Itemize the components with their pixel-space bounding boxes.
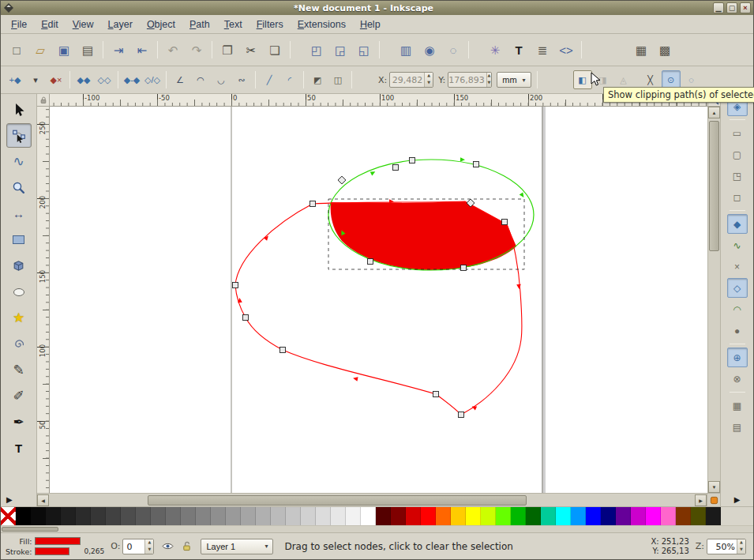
vertical-scrollbar[interactable]: ▲ ▼ (707, 107, 720, 493)
palette-swatch[interactable] (556, 507, 571, 525)
path-node-handle[interactable] (310, 201, 316, 207)
palette-swatch[interactable] (631, 507, 646, 525)
palette-swatch[interactable] (211, 507, 226, 525)
text-dialog-button[interactable]: T (508, 39, 530, 61)
palette-swatch[interactable] (436, 507, 451, 525)
menu-file[interactable]: File (4, 15, 34, 33)
palette-swatch[interactable] (106, 507, 121, 525)
palette-swatch[interactable] (316, 507, 331, 525)
tool-ellipse[interactable] (6, 280, 32, 304)
snap-page-border-button[interactable]: ▦ (727, 396, 748, 415)
y-coord-field[interactable]: 176,893▲▼ (448, 72, 492, 88)
tool-rectangle[interactable] (6, 227, 32, 252)
tool-text[interactable]: T (6, 436, 32, 460)
path-node-handle[interactable] (433, 392, 439, 397)
menu-layer[interactable]: Layer (101, 15, 140, 33)
palette-swatch[interactable] (661, 507, 676, 525)
spinner-arrows[interactable]: ▲▼ (424, 73, 433, 87)
cms-adjust-button[interactable] (707, 493, 720, 506)
tool-spiral[interactable] (6, 332, 32, 356)
insert-node-button[interactable]: +◆ (6, 70, 24, 89)
palette-swatch[interactable] (571, 507, 586, 525)
toolbox-expander[interactable]: ▶ (1, 495, 13, 504)
palette-swatch[interactable] (121, 507, 136, 525)
palette-swatch-none[interactable] (1, 507, 16, 525)
zoom-field[interactable]: 50% ▲▼ (707, 539, 746, 554)
menu-view[interactable]: View (66, 15, 101, 33)
copy-button[interactable]: ❐ (216, 39, 238, 61)
scroll-left-arrow[interactable]: ◀ (37, 494, 49, 506)
tool-pencil[interactable]: ✎ (6, 358, 32, 382)
ruler-corner[interactable] (37, 94, 50, 107)
menu-path[interactable]: Path (182, 15, 217, 33)
menu-object[interactable]: Object (140, 15, 182, 33)
snap-node-button[interactable]: ◆ (727, 214, 748, 234)
delete-node-button[interactable]: ◆× (47, 70, 66, 89)
stroke-swatch[interactable] (35, 547, 69, 555)
tool-pen[interactable]: ✐ (6, 384, 32, 408)
palette-swatch[interactable] (406, 507, 421, 525)
palette-swatch[interactable] (271, 507, 286, 525)
palette-swatch[interactable] (46, 507, 61, 525)
horizontal-scroll-thumb[interactable] (148, 495, 527, 506)
palette-swatch[interactable] (511, 507, 526, 525)
open-document-button[interactable]: ▱ (29, 39, 51, 61)
snap-grid-button[interactable]: ▤ (727, 417, 748, 437)
paste-button[interactable]: ❏ (264, 39, 286, 61)
cut-button[interactable]: ✂ (240, 39, 262, 61)
path-node-handle[interactable] (243, 315, 249, 321)
snap-midpoint-button[interactable]: ● (727, 321, 748, 340)
tool-measure[interactable]: ↔ (6, 201, 32, 226)
canvas[interactable] (50, 107, 707, 493)
palette-swatch[interactable] (331, 507, 346, 525)
palette-swatch[interactable] (391, 507, 406, 525)
zoom-spinner[interactable]: ▲▼ (737, 539, 745, 554)
tool-box3d[interactable] (6, 254, 32, 278)
snap-path-intersection-button[interactable]: × (727, 257, 748, 276)
path-node-handle[interactable] (280, 348, 286, 353)
layer-lock-toggle[interactable] (179, 539, 194, 554)
redo-button[interactable]: ↷ (186, 39, 208, 61)
snap-smooth-node-button[interactable]: ◠ (727, 299, 748, 319)
path-node-handle[interactable] (502, 220, 508, 225)
undo-button[interactable]: ↶ (162, 39, 184, 61)
document-properties-button[interactable]: ▩ (654, 39, 676, 61)
node-auto-button[interactable]: ∾ (232, 70, 251, 89)
create-clone-button[interactable]: ◉ (418, 39, 441, 61)
snap-cusp-node-button[interactable]: ◇ (727, 278, 748, 298)
palette-swatch[interactable] (601, 507, 616, 525)
palette-swatch[interactable] (151, 507, 166, 525)
palette-scrollbar[interactable] (1, 525, 753, 532)
object-to-path-button[interactable]: ◩ (308, 70, 327, 89)
titlebar[interactable]: *New document 1 - Inkscape ▁ ▢ × (1, 1, 753, 15)
zoom-selection-button[interactable]: ◰ (306, 39, 328, 61)
path-node-handle[interactable] (233, 283, 238, 288)
palette-swatch[interactable] (451, 507, 466, 525)
menu-text[interactable]: Text (217, 15, 249, 33)
menu-help[interactable]: Help (353, 15, 388, 33)
scroll-down-arrow[interactable]: ▼ (708, 481, 720, 493)
maximize-button[interactable]: ▢ (726, 2, 737, 13)
layer-visibility-toggle[interactable] (160, 539, 175, 554)
node-smooth-button[interactable]: ◠ (191, 70, 210, 89)
vertical-ruler[interactable]: 25020015010050 (37, 107, 50, 493)
import-button[interactable]: ⇥ (107, 39, 129, 61)
palette-swatch[interactable] (196, 507, 211, 525)
scroll-up-arrow[interactable]: ▲ (708, 107, 720, 118)
vertical-scroll-thumb[interactable] (709, 121, 719, 251)
path-node-handle[interactable] (410, 158, 415, 163)
palette-scroll-thumb[interactable] (2, 527, 58, 532)
segment-curve-button[interactable]: ◜ (280, 70, 299, 89)
tool-node-editor[interactable] (6, 123, 32, 148)
palette-swatch[interactable] (226, 507, 241, 525)
align-dialog-button[interactable]: ▦ (630, 39, 652, 61)
snap-object-center-button[interactable]: ⊕ (727, 348, 748, 367)
minimize-button[interactable]: ▁ (713, 2, 724, 13)
menu-filters[interactable]: Filters (249, 15, 291, 33)
path-node-handle-diamond[interactable] (338, 176, 346, 184)
palette-swatch[interactable] (691, 507, 706, 525)
palette-swatch[interactable] (166, 507, 181, 525)
clipped-red-fill[interactable] (331, 201, 516, 270)
layer-selector[interactable]: Layer 1 ▾ (201, 539, 273, 554)
tool-calligraphy[interactable]: ✒ (6, 410, 32, 434)
